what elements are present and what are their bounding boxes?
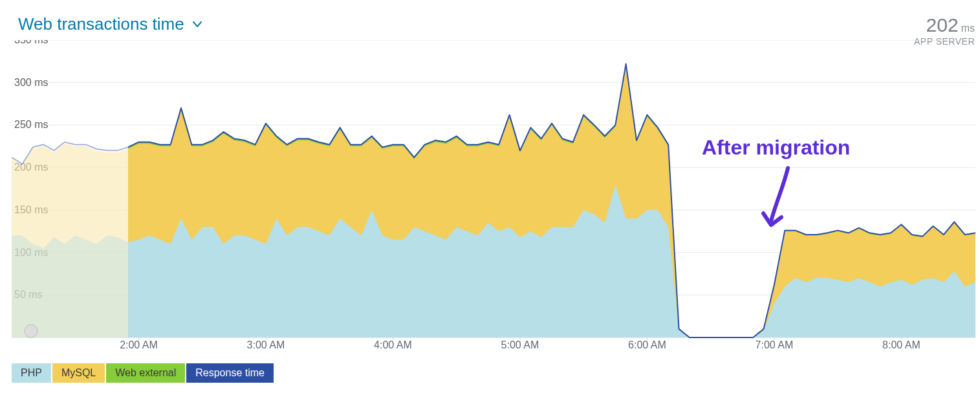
- area-chart[interactable]: 50 ms100 ms150 ms200 ms250 ms300 ms350 m…: [12, 40, 975, 349]
- legend-item-webex[interactable]: Web external: [106, 363, 185, 383]
- svg-text:5:00 AM: 5:00 AM: [501, 339, 539, 349]
- legend-item-resp[interactable]: Response time: [186, 363, 274, 383]
- svg-text:4:00 AM: 4:00 AM: [374, 339, 412, 349]
- chart-title-label: Web transactions time: [18, 14, 184, 34]
- chevron-down-icon: [192, 21, 202, 28]
- svg-text:3:00 AM: 3:00 AM: [247, 339, 285, 349]
- legend-bar: PHP MySQL Web external Response time: [12, 363, 274, 383]
- svg-text:250 ms: 250 ms: [14, 119, 48, 130]
- svg-text:350 ms: 350 ms: [14, 40, 48, 45]
- svg-text:8:00 AM: 8:00 AM: [882, 339, 920, 349]
- chart-title-dropdown[interactable]: Web transactions time: [18, 14, 202, 34]
- stat-value: 202: [926, 14, 959, 36]
- svg-text:300 ms: 300 ms: [14, 77, 48, 88]
- legend-item-mysql[interactable]: MySQL: [52, 363, 105, 383]
- svg-point-29: [25, 325, 38, 337]
- stat-unit: ms: [961, 23, 975, 34]
- svg-text:7:00 AM: 7:00 AM: [756, 339, 794, 349]
- svg-text:6:00 AM: 6:00 AM: [628, 339, 666, 349]
- svg-text:2:00 AM: 2:00 AM: [120, 339, 158, 349]
- legend-item-php[interactable]: PHP: [12, 363, 51, 383]
